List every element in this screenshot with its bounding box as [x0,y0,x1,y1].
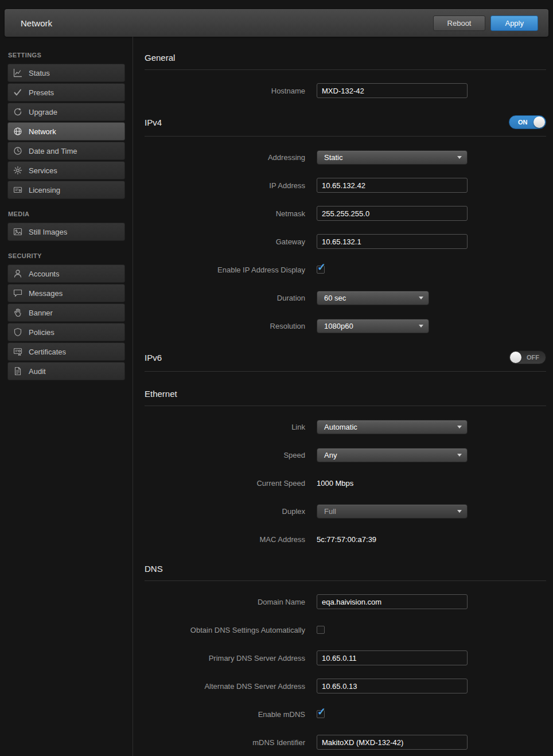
sidebar-item-label: Licensing [29,186,60,194]
enable-mdns-label: Enable mDNS [145,710,317,719]
check-icon: ✓ [317,261,326,274]
sidebar-item-label: Certificates [29,348,66,356]
ipv4-toggle-label: ON [518,119,528,126]
link-label: Link [145,423,317,431]
audit-document-icon [13,367,22,376]
duration-label: Duration [145,294,317,302]
enable-mdns-checkbox[interactable]: ✓ [317,710,325,718]
obtain-dns-auto-checkbox[interactable] [317,626,325,634]
duration-selected-value: 60 sec [324,294,346,302]
sidebar-item-certificates[interactable]: Certificates [7,342,125,361]
speed-select[interactable]: Any [317,448,468,462]
sidebar-item-label: Upgrade [29,108,57,116]
sidebar-item-label: Still Images [29,228,67,236]
sidebar-item-label: Accounts [29,270,59,278]
duration-select[interactable]: 60 sec [317,291,429,305]
chevron-down-icon [457,454,462,457]
chevron-down-icon [457,426,462,428]
alternate-dns-row: Alternate DNS Server Address [145,679,546,693]
sidebar-item-services[interactable]: Services [7,161,125,180]
chevron-down-icon [419,297,423,299]
sidebar-item-label: Policies [29,328,54,337]
sidebar: SETTINGS Status Presets Upgrade Network [0,37,133,756]
current-speed-label: Current Speed [145,479,317,488]
sidebar-item-still-images[interactable]: Still Images [7,223,125,241]
sidebar-item-label: Audit [29,367,46,376]
enable-ip-display-checkbox[interactable]: ✓ [317,266,325,274]
license-card-icon [13,185,22,194]
duplex-select[interactable]: Full [317,504,468,519]
sidebar-section-settings: SETTINGS [8,52,124,59]
mac-address-row: MAC Address 5c:77:57:00:a7:39 [145,532,546,547]
resolution-select[interactable]: 1080p60 [317,319,429,333]
duplex-row: Duplex Full [145,504,546,519]
sidebar-item-label: Presets [29,88,54,97]
domain-name-input[interactable] [317,594,468,609]
current-speed-value: 1000 Mbps [317,479,353,488]
link-row: Link Automatic [145,419,546,434]
sidebar-item-presets[interactable]: Presets [7,83,125,102]
enable-mdns-row: Enable mDNS ✓ [145,707,546,722]
ipv4-section-title: IPv4 [145,118,162,127]
sidebar-section-security: SECURITY [8,252,124,259]
reboot-button[interactable]: Reboot [433,15,486,31]
addressing-row: Addressing Static [145,150,546,165]
primary-dns-input[interactable] [317,650,468,665]
alternate-dns-label: Alternate DNS Server Address [145,682,317,691]
addressing-select[interactable]: Static [317,150,468,165]
message-bubble-icon [13,289,22,298]
sidebar-item-network[interactable]: Network [7,122,125,141]
mdns-identifier-input[interactable] [317,735,468,750]
hostname-label: Hostname [145,87,317,95]
duplex-label: Duplex [145,507,317,516]
gateway-label: Gateway [145,237,317,246]
ipv4-toggle[interactable]: ON [509,115,546,129]
check-icon: ✓ [317,706,326,718]
duplex-selected-value: Full [324,507,336,516]
sidebar-item-messages[interactable]: Messages [7,284,125,302]
resolution-row: Resolution 1080p60 [145,318,546,333]
mac-address-label: MAC Address [145,535,317,544]
sidebar-item-banner[interactable]: Banner [7,303,125,322]
page-title: Network [21,18,52,28]
clock-icon [13,146,22,155]
link-selected-value: Automatic [324,423,357,431]
gateway-row: Gateway [145,234,546,249]
link-select[interactable]: Automatic [317,420,468,434]
sidebar-item-date-and-time[interactable]: Date and Time [7,142,125,160]
netmask-row: Netmask [145,206,546,221]
apply-button[interactable]: Apply [490,15,538,31]
presets-check-icon [13,88,22,97]
netmask-label: Netmask [145,209,317,218]
obtain-dns-auto-row: Obtain DNS Settings Automatically [145,622,546,637]
ipv6-toggle-label: OFF [527,354,539,361]
ip-address-input[interactable] [317,178,468,193]
alternate-dns-input[interactable] [317,679,468,693]
hostname-input[interactable] [317,83,468,98]
domain-name-row: Domain Name [145,594,546,609]
section-general: General Hostname [145,53,546,98]
ipv6-section-title: IPv6 [145,353,162,363]
shield-icon [13,328,22,337]
gateway-input[interactable] [317,234,468,249]
ipv6-toggle[interactable]: OFF [509,350,546,364]
sidebar-item-policies[interactable]: Policies [7,323,125,341]
sidebar-item-label: Network [29,127,56,136]
sidebar-item-label: Services [29,166,57,175]
sidebar-item-label: Date and Time [29,147,77,155]
gear-icon [13,166,22,175]
sidebar-item-upgrade[interactable]: Upgrade [7,103,125,121]
netmask-input[interactable] [317,206,468,221]
sidebar-item-licensing[interactable]: Licensing [7,181,125,199]
mdns-identifier-label: mDNS Identifier [145,738,317,747]
primary-dns-label: Primary DNS Server Address [145,654,317,663]
chevron-down-icon [419,325,423,328]
sidebar-item-status[interactable]: Status [7,64,125,82]
status-chart-icon [13,68,22,77]
certificate-icon [13,347,22,356]
sidebar-item-accounts[interactable]: Accounts [7,264,125,283]
sidebar-item-audit[interactable]: Audit [7,362,125,380]
section-dns: DNS Domain Name Obtain DNS Settings Auto… [145,564,546,750]
addressing-label: Addressing [145,153,317,162]
addressing-selected-value: Static [324,153,343,162]
